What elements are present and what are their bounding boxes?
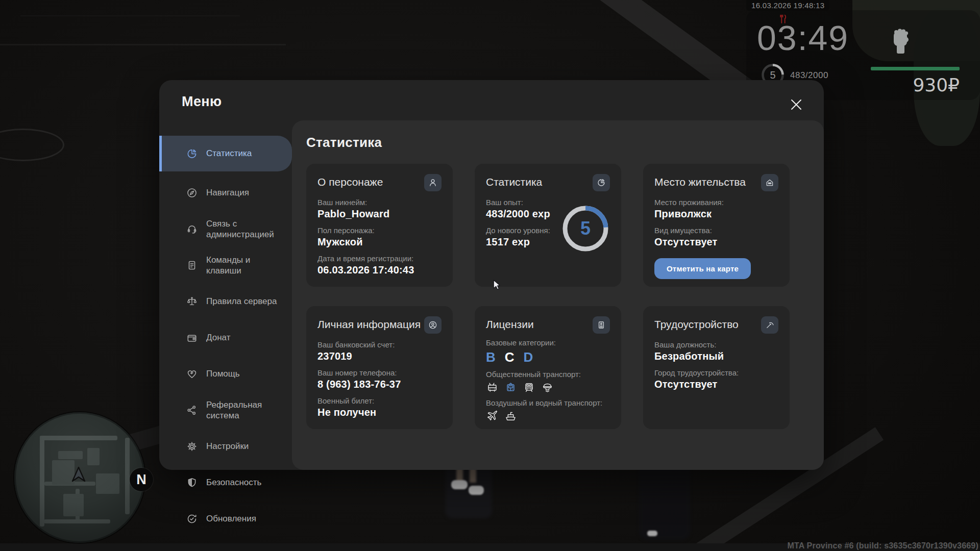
hud-exp-counter: 483/2000 <box>790 70 828 81</box>
gear-icon <box>186 441 198 452</box>
sidebar-item-help[interactable]: Помощь <box>159 359 292 389</box>
field: Военный билет: Не получен <box>317 396 442 418</box>
person-circle-icon <box>424 316 442 334</box>
hud-clock: 03:49 <box>757 20 849 55</box>
page-title: Статистика <box>306 135 810 151</box>
background-character-shoe <box>451 480 468 489</box>
mark-on-map-button[interactable]: Отметить на карте <box>654 258 751 279</box>
player-arrow-icon <box>71 466 86 483</box>
exp-progress-ring: 5 <box>562 205 609 252</box>
hud-money: 930₽ <box>868 74 960 95</box>
level-number: 5 <box>562 205 609 252</box>
minimap <box>14 412 145 543</box>
card-statistics: Статистика Ваш опыт: 483/2000 exp <box>475 164 621 287</box>
field-label: Ваш номер телефона: <box>317 368 442 377</box>
content-panel: Статистика О персонаже Ваш никнейм: Pabl… <box>292 120 824 470</box>
sidebar-item-label: Реферальная система <box>206 399 284 421</box>
compass-north-badge: N <box>130 468 153 491</box>
field-value: 8 (963) 183-76-37 <box>317 379 442 390</box>
field-label: Место проживания: <box>654 198 778 207</box>
background-character-shoe <box>647 531 657 536</box>
sidebar-item-updates[interactable]: Обновления <box>159 504 292 534</box>
minimap-road <box>44 482 95 486</box>
headset-icon <box>186 223 198 235</box>
pie-chart-icon <box>186 148 198 159</box>
card-title: О персонаже <box>317 174 383 188</box>
sidebar-item-label: Обновления <box>206 513 256 524</box>
sidebar-item-referral-system[interactable]: Реферальная система <box>159 395 292 425</box>
field-value: Мужской <box>317 236 442 248</box>
card-residence: Место жительства Место проживания: Приво… <box>643 164 790 287</box>
sidebar-item-admin-contact[interactable]: Связь с администрацией <box>159 214 292 244</box>
sidebar-item-label: Настройки <box>206 441 249 452</box>
sidebar-item-label: Связь с администрацией <box>206 218 284 240</box>
sidebar-item-commands-keys[interactable]: Команды и клавиши <box>159 251 292 280</box>
field-value: 237019 <box>317 350 442 362</box>
sidebar-item-label: Донат <box>206 332 230 343</box>
field: Пол персонажа: Мужской <box>317 226 442 248</box>
compass-north-label: N <box>136 472 146 488</box>
minimap-building <box>96 473 119 494</box>
field-label: Военный билет: <box>317 396 442 405</box>
sidebar-item-settings[interactable]: Настройки <box>159 432 292 461</box>
pickaxe-icon <box>761 316 778 334</box>
sidebar-item-donate[interactable]: Донат <box>159 323 292 353</box>
card-employment: Трудоустройство Ваша должность: Безработ… <box>643 306 790 429</box>
field-value: Отсутствует <box>654 236 778 248</box>
field: Вид имущества: Отсутствует <box>654 226 778 248</box>
hud-datetime: 16.03.2026 19:48:13 <box>746 0 829 11</box>
menu-window: Меню Статистика <box>159 80 824 470</box>
field-value: 483/2000 exp <box>486 208 550 220</box>
card-title: Лицензии <box>486 316 534 331</box>
trolleybus-icon <box>486 381 499 394</box>
mouse-cursor <box>492 280 502 290</box>
minimap-building <box>87 448 100 465</box>
fist-icon <box>890 24 911 55</box>
field: Дата и время регистрации: 06.03.2026 17:… <box>317 254 442 276</box>
document-icon <box>186 260 198 271</box>
sidebar-item-security[interactable]: Безопасность <box>159 468 292 497</box>
background-lane-line <box>0 44 286 45</box>
sidebar-item-label: Безопасность <box>206 477 261 488</box>
card-personal-info: Личная информация Ваш банковский счет: 2… <box>306 306 453 429</box>
sidebar-item-navigation[interactable]: Навигация <box>159 178 292 208</box>
card-title: Место жительства <box>654 174 746 188</box>
card-title: Статистика <box>486 174 542 188</box>
license-category-b: B <box>486 349 496 365</box>
field: Ваш никнейм: Pablo_Howard <box>317 198 442 220</box>
server-build-label: MTA Province #6 (build: s3635c3670r1390v… <box>787 541 978 550</box>
license-category-d: D <box>524 349 533 365</box>
field-value: Безработный <box>654 350 778 362</box>
license-category-c: C <box>505 349 514 365</box>
sidebar-item-server-rules[interactable]: Правила сервера <box>159 287 292 316</box>
field: Город трудоустройства: Отсутствует <box>654 368 778 390</box>
field: Ваш номер телефона: 8 (963) 183-76-37 <box>317 368 442 390</box>
tram-icon <box>504 381 517 394</box>
sidebar: Статистика Навигация Связь с <box>159 120 292 470</box>
card-title: Трудоустройство <box>654 316 739 331</box>
minimap-road <box>125 438 130 514</box>
person-icon <box>424 174 442 191</box>
card-title: Личная информация <box>317 316 421 331</box>
compass-icon <box>186 187 198 198</box>
field-value: 1517 exp <box>486 236 550 248</box>
sidebar-item-label: Помощь <box>206 368 240 379</box>
field-label: Ваш банковский счет: <box>317 340 442 349</box>
heart-handshake-icon <box>186 368 198 380</box>
sidebar-item-label: Команды и клавиши <box>206 255 284 277</box>
field: Место проживания: Приволжск <box>654 198 778 220</box>
network-icon <box>186 405 198 416</box>
sidebar-item-statistics[interactable]: Статистика <box>159 136 292 171</box>
public-transport-label: Общественный транспорт: <box>486 370 610 379</box>
field: Ваша должность: Безработный <box>654 340 778 362</box>
field-value: Приволжск <box>654 208 778 220</box>
wallet-icon <box>186 332 198 343</box>
close-button[interactable] <box>787 95 805 114</box>
fork-knife-icon <box>779 14 788 24</box>
update-icon <box>186 513 198 524</box>
minimap-road <box>40 436 117 440</box>
field: Ваш опыт: 483/2000 exp <box>486 198 550 220</box>
field-label: Пол персонажа: <box>317 226 442 235</box>
minimap-road <box>40 436 44 527</box>
field-value: Отсутствует <box>654 379 778 390</box>
